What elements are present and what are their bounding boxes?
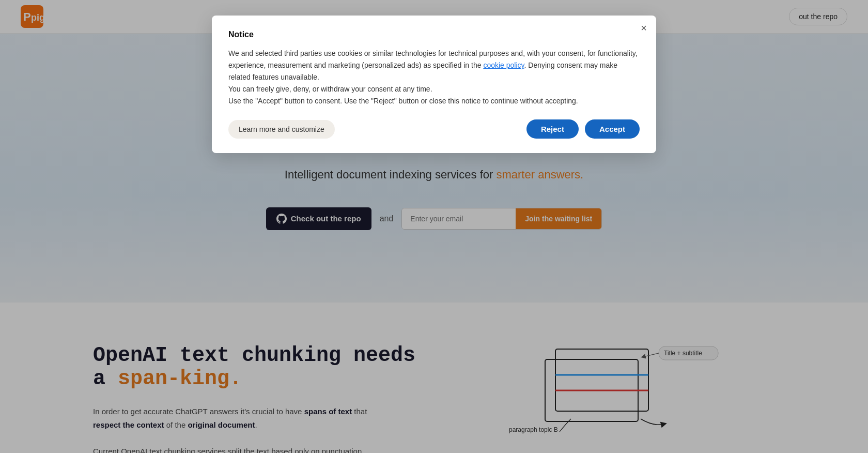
learn-more-button[interactable]: Learn more and customize (228, 120, 335, 139)
modal-close-button[interactable]: × (641, 23, 647, 33)
modal-right-buttons: Reject Accept (526, 119, 640, 139)
modal-body-text4: Use the "Accept" button to consent. Use … (228, 97, 578, 105)
cookie-notice-modal: Notice × We and selected third parties u… (212, 16, 656, 153)
accept-button[interactable]: Accept (585, 119, 640, 139)
cookie-policy-link[interactable]: cookie policy (483, 61, 524, 69)
modal-overlay: Notice × We and selected third parties u… (0, 0, 868, 453)
modal-actions: Learn more and customize Reject Accept (228, 119, 640, 139)
modal-title: Notice (228, 30, 640, 39)
reject-button[interactable]: Reject (526, 119, 579, 139)
modal-body: We and selected third parties use cookie… (228, 48, 640, 107)
modal-body-text3: You can freely give, deny, or withdraw y… (228, 85, 432, 93)
